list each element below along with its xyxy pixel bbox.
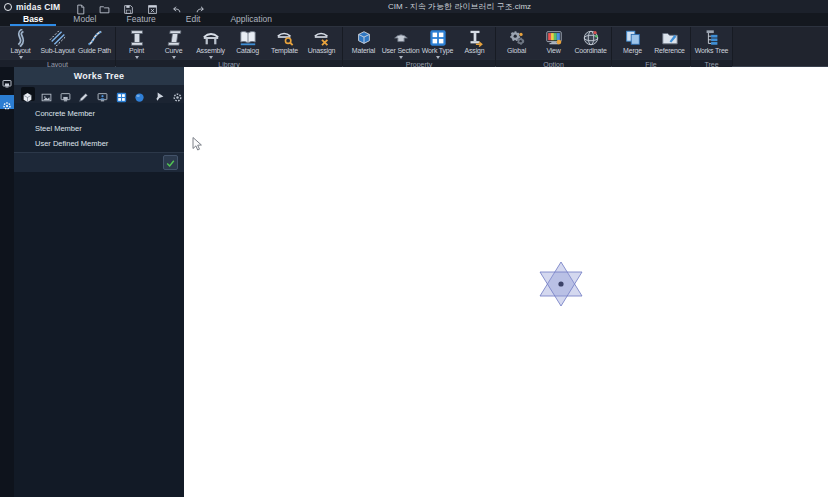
- solid-cube-button[interactable]: [21, 87, 35, 101]
- assembly-icon: [202, 29, 220, 47]
- ribbon-item-label: Layout: [11, 47, 31, 55]
- display-view-button[interactable]: [58, 87, 72, 101]
- assign-icon: [466, 29, 484, 47]
- panel-empty-area: [14, 172, 184, 497]
- ribbon-point-button[interactable]: Point: [118, 28, 155, 59]
- tree-item-steel-member[interactable]: Steel Member: [14, 121, 184, 136]
- save-icon: [123, 1, 134, 12]
- edit-pencil-icon: [78, 89, 89, 100]
- ribbon-item-label: Merge: [623, 47, 642, 55]
- monitor-view-icon: [97, 89, 108, 100]
- ribbon-item-label: Point: [129, 47, 144, 55]
- display-view-icon: [60, 89, 71, 100]
- filter-icon: [153, 89, 164, 100]
- undo-icon: [171, 1, 182, 12]
- image-view-button[interactable]: [40, 87, 54, 101]
- midas-logo-icon: [4, 3, 12, 11]
- works-tree-list: Concrete MemberSteel MemberUser Defined …: [14, 103, 184, 152]
- new-file-button[interactable]: [74, 1, 87, 12]
- ribbon-item-label: View: [546, 47, 560, 55]
- view-icon: [545, 29, 563, 47]
- ribbon-work-type-button[interactable]: Work Type: [419, 28, 456, 59]
- ribbon-layout-button[interactable]: Layout: [2, 28, 39, 59]
- ribbon-guide-path-button[interactable]: Guide Path: [76, 28, 113, 59]
- viewport-canvas[interactable]: [184, 67, 828, 497]
- display-panel-button[interactable]: [0, 73, 14, 87]
- ribbon-group-library: PointCurveAssemblyCatalogTemplateUnassig…: [116, 27, 343, 66]
- ribbon-group-property: MaterialUser SectionWork TypeAssignPrope…: [343, 27, 496, 66]
- global-icon: [508, 29, 526, 47]
- undo-button[interactable]: [170, 1, 183, 12]
- save-close-icon: [147, 1, 158, 12]
- point-icon: [128, 29, 146, 47]
- settings-gear-icon: [172, 89, 183, 100]
- ribbon-template-button[interactable]: Template: [266, 28, 303, 59]
- works-tree-panel: Works Tree Concrete MemberSteel MemberUs…: [14, 67, 184, 497]
- settings-gear-button[interactable]: [170, 87, 184, 101]
- guidepath-icon: [86, 29, 104, 47]
- ribbon-material-button[interactable]: Material: [345, 28, 382, 59]
- ribbon-assign-button[interactable]: Assign: [456, 28, 493, 59]
- ribbon-coordinate-button[interactable]: Coordinate: [572, 28, 609, 59]
- save-close-button[interactable]: [146, 1, 159, 12]
- ribbon-item-label: Catalog: [236, 47, 259, 55]
- tree-item-user-defined-member[interactable]: User Defined Member: [14, 136, 184, 151]
- ribbon-works-tree-button[interactable]: Works Tree: [693, 28, 730, 59]
- settings-panel-icon: [2, 97, 12, 107]
- ribbon-merge-button[interactable]: Merge: [614, 28, 651, 59]
- coordinate-icon: [582, 29, 600, 47]
- ribbon: LayoutSub-LayoutGuide PathLayoutPointCur…: [0, 26, 828, 67]
- ribbon-item-label: Assembly: [196, 47, 225, 55]
- filter-button[interactable]: [152, 87, 166, 101]
- worktype-icon: [429, 29, 447, 47]
- grid-view-button[interactable]: [114, 87, 128, 101]
- open-file-button[interactable]: [98, 1, 111, 12]
- monitor-view-button[interactable]: [96, 87, 110, 101]
- sphere-view-icon: [134, 89, 145, 100]
- sphere-view-button[interactable]: [133, 87, 147, 101]
- ribbon-item-label: User Section: [382, 47, 420, 55]
- ribbon-unassign-button[interactable]: Unassign: [303, 28, 340, 59]
- settings-panel-button[interactable]: [0, 95, 14, 109]
- ribbon-global-button[interactable]: Global: [498, 28, 535, 59]
- left-rail: [0, 67, 14, 497]
- solid-cube-icon: [22, 89, 33, 100]
- panel-action-row: [14, 152, 184, 172]
- quick-access-toolbar: [74, 1, 207, 12]
- curve-icon: [165, 29, 183, 47]
- tab-feature[interactable]: Feature: [113, 13, 168, 26]
- layout-icon: [12, 29, 30, 47]
- user-section-icon: [392, 29, 410, 47]
- ribbon-assembly-button[interactable]: Assembly: [192, 28, 229, 59]
- mouse-cursor-icon: [192, 137, 203, 151]
- titlebar: midas CIM CIM - 지속 가능한 라이브러리 구조.cimz: [0, 0, 828, 13]
- edit-pencil-button[interactable]: [77, 87, 91, 101]
- ribbon-item-label: Work Type: [422, 47, 453, 55]
- confirm-button[interactable]: [163, 155, 178, 170]
- document-title: CIM - 지속 가능한 라이브러리 구조.cimz: [388, 0, 531, 13]
- catalog-icon: [239, 29, 257, 47]
- tree-item-concrete-member[interactable]: Concrete Member: [14, 106, 184, 121]
- redo-button[interactable]: [194, 1, 207, 12]
- tab-application[interactable]: Application: [217, 13, 285, 26]
- check-icon: [165, 157, 176, 168]
- save-button[interactable]: [122, 1, 135, 12]
- material-icon: [355, 29, 373, 47]
- logo-area: midas CIM: [0, 2, 60, 12]
- main-area: Works Tree Concrete MemberSteel MemberUs…: [0, 67, 828, 497]
- ribbon-reference-button[interactable]: Reference: [651, 28, 688, 59]
- ribbon-curve-button[interactable]: Curve: [155, 28, 192, 59]
- panel-title: Works Tree: [14, 67, 184, 85]
- ribbon-group-option: GlobalViewCoordinateOption: [496, 27, 612, 66]
- ribbon-empty-area: [733, 27, 828, 66]
- ribbon-sub-layout-button[interactable]: Sub-Layout: [39, 28, 76, 59]
- app-window: midas CIM CIM - 지속 가능한 라이브러리 구조.cimz Bas…: [0, 0, 828, 497]
- reference-icon: [661, 29, 679, 47]
- ribbon-user-section-button[interactable]: User Section: [382, 28, 419, 59]
- ribbon-item-label: Works Tree: [695, 47, 729, 55]
- ribbon-view-button[interactable]: View: [535, 28, 572, 59]
- tab-base[interactable]: Base: [10, 13, 56, 26]
- template-icon: [276, 29, 294, 47]
- ribbon-catalog-button[interactable]: Catalog: [229, 28, 266, 59]
- ribbon-item-label: Global: [507, 47, 526, 55]
